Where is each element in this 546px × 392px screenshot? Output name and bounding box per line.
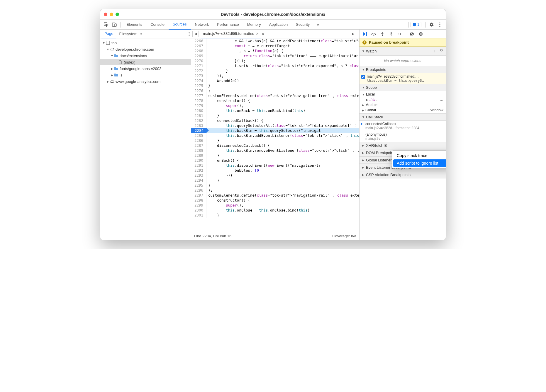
code-line[interactable]: 2292 bubbles: !0 xyxy=(191,168,359,173)
code-line[interactable]: 2280 this.onBack = this.onBack.bind(this… xyxy=(191,108,359,113)
scope-global[interactable]: ▶GlobalWindow xyxy=(362,108,443,113)
code-line[interactable]: 2298 constructor() { xyxy=(191,198,359,203)
kebab-menu-icon[interactable] xyxy=(436,21,444,28)
add-watch-icon[interactable]: ＋ xyxy=(433,48,437,54)
coverage-label: Coverage: n/a xyxy=(332,234,356,238)
device-toggle-icon[interactable] xyxy=(110,21,118,28)
main-tab-security[interactable]: Security xyxy=(292,20,314,30)
scope-this[interactable]: ▶this:… xyxy=(362,97,443,102)
tree-origin-analytics[interactable]: ▶www.google-analytics.com xyxy=(100,78,191,85)
step-out-icon[interactable] xyxy=(388,31,394,37)
code-line[interactable]: 2290 onBack() { xyxy=(191,158,359,163)
code-line[interactable]: 2297customElements.define(class="tok-str… xyxy=(191,193,359,198)
tree-folder-fonts[interactable]: ▶fonts/google-sans-v2003 xyxy=(100,65,191,72)
watch-header[interactable]: ▼Watch＋⟳ xyxy=(360,47,446,56)
main-tab-memory[interactable]: Memory xyxy=(243,20,265,30)
svg-point-5 xyxy=(439,26,440,27)
code-line[interactable]: 2270 }(t); xyxy=(191,58,359,63)
resume-icon[interactable] xyxy=(362,31,368,37)
main-tab-network[interactable]: Network xyxy=(191,20,213,30)
xhr-header[interactable]: ▶XHR/fetch B xyxy=(360,142,446,149)
navigator-tab-page[interactable]: Page xyxy=(101,30,116,38)
refresh-watch-icon[interactable]: ⟳ xyxy=(440,48,443,54)
code-line[interactable]: 2285 this.backBtn.addEventListener(class… xyxy=(191,133,359,138)
tree-file-index[interactable]: (index) xyxy=(100,59,191,65)
code-line[interactable]: 2284 this.backBtn = this.querySelector("… xyxy=(191,128,359,133)
code-line[interactable]: 2295} xyxy=(191,183,359,188)
more-navigator-tabs-icon[interactable]: » xyxy=(140,32,143,36)
scope-local[interactable]: ▼Local xyxy=(362,92,443,97)
navigator-panel: PageFilesystem » ▼top ▼developer.chrome.… xyxy=(100,30,191,240)
code-line[interactable]: 2283 this.querySelectorAll(class="tok-st… xyxy=(191,123,359,128)
nav-forward-icon[interactable]: ▶ xyxy=(350,31,356,37)
main-tab-performance[interactable]: Performance xyxy=(213,20,243,30)
code-line[interactable]: 2286 } xyxy=(191,138,359,143)
context-menu-ignore-script[interactable]: Add script to ignore list xyxy=(393,159,446,167)
issues-icon xyxy=(413,23,416,26)
step-icon[interactable] xyxy=(397,31,403,37)
navigator-menu-icon[interactable] xyxy=(189,32,190,36)
code-line[interactable]: 2278 constructor() { xyxy=(191,98,359,103)
scope-module[interactable]: ▶Module xyxy=(362,102,443,108)
file-tab[interactable]: main.js?v=e382d86f:formatted × xyxy=(201,30,261,38)
step-into-icon[interactable] xyxy=(379,31,385,37)
step-over-icon[interactable] xyxy=(371,31,377,37)
breakpoints-header[interactable]: ▼Breakpoints xyxy=(360,66,446,73)
tree-folder-docs[interactable]: ▼docs/extensions xyxy=(100,52,191,59)
code-line[interactable]: 2274 We.add(e)) xyxy=(191,78,359,83)
breakpoint-checkbox[interactable] xyxy=(361,75,365,79)
code-line[interactable]: 2291 this.dispatchEvent(new Event("navig… xyxy=(191,163,359,168)
main-tab-console[interactable]: Console xyxy=(146,20,169,30)
file-tree[interactable]: ▼top ▼developer.chrome.com ▼docs/extensi… xyxy=(100,38,191,86)
code-line[interactable]: 2293 })) xyxy=(191,173,359,178)
code-line[interactable]: 2273 )), xyxy=(191,73,359,78)
code-line[interactable]: 2277customElements.define(class="tok-str… xyxy=(191,93,359,98)
code-line[interactable]: 2275} xyxy=(191,83,359,88)
settings-icon[interactable] xyxy=(428,21,436,28)
code-line[interactable]: 2299 super(), xyxy=(191,203,359,208)
code-line[interactable]: 2287 disconnectedCallback() { xyxy=(191,143,359,148)
code-line[interactable]: 2279 super(), xyxy=(191,103,359,108)
main-tab-application[interactable]: Application xyxy=(265,20,292,30)
pause-exceptions-icon[interactable] xyxy=(418,31,424,37)
nav-back-icon[interactable]: ◀ xyxy=(192,31,199,37)
tree-top[interactable]: ▼top xyxy=(100,40,191,46)
more-tabs-icon[interactable]: » xyxy=(314,21,322,28)
code-line[interactable]: 2289 } xyxy=(191,153,359,158)
close-tab-icon[interactable]: × xyxy=(256,31,258,36)
code-line[interactable]: 2301 } xyxy=(191,213,359,218)
navigator-tab-filesystem[interactable]: Filesystem xyxy=(116,30,140,38)
tree-folder-js[interactable]: ▶js xyxy=(100,72,191,78)
folder-icon xyxy=(114,53,118,58)
deactivate-breakpoints-icon[interactable] xyxy=(409,31,415,37)
code-line[interactable]: 2281 } xyxy=(191,113,359,118)
code-line[interactable]: 2269 return class="tok-str">"true" === e… xyxy=(191,53,359,58)
svg-point-4 xyxy=(439,24,440,25)
code-line[interactable]: 2267 const t = e.currentTarget xyxy=(191,43,359,48)
code-line[interactable]: 2296); xyxy=(191,188,359,193)
code-line[interactable]: 2282 connectedCallback() { xyxy=(191,118,359,123)
main-tab-sources[interactable]: Sources xyxy=(169,20,191,30)
csp-bp-header[interactable]: ▶CSP Violation Breakpoints xyxy=(360,171,446,178)
breakpoint-item[interactable]: main.js?v=e382d86f:formatted:… this.back… xyxy=(361,74,444,83)
code-line[interactable]: 2266 e && !we.has(e) && (e.addEventListe… xyxy=(191,38,359,43)
code-editor[interactable]: 2266 e && !we.has(e) && (e.addEventListe… xyxy=(191,38,359,232)
context-menu-copy-stack[interactable]: Copy stack trace xyxy=(393,152,446,159)
issues-badge[interactable]: 1 xyxy=(411,22,421,27)
frame-icon xyxy=(106,40,110,45)
callstack-item[interactable]: (anonymous) main.js?v= xyxy=(360,131,446,142)
code-line[interactable]: 2272 } xyxy=(191,68,359,73)
tree-origin-chrome[interactable]: ▼developer.chrome.com xyxy=(100,46,191,52)
code-line[interactable]: 2300 this.onClose = this.onClose.bind(th… xyxy=(191,208,359,213)
code-line[interactable]: 2294 } xyxy=(191,178,359,183)
code-line[interactable]: 2276; xyxy=(191,88,359,93)
inspect-icon[interactable] xyxy=(102,21,110,28)
more-file-tabs-icon[interactable]: » xyxy=(262,32,264,36)
scope-header[interactable]: ▼Scope xyxy=(360,84,446,91)
callstack-header[interactable]: ▼Call Stack xyxy=(360,113,446,121)
code-line[interactable]: 2288 this.backBtn.removeEventListener(cl… xyxy=(191,148,359,153)
main-tab-elements[interactable]: Elements xyxy=(122,20,146,30)
code-line[interactable]: 2268 , s = !function(e) { xyxy=(191,48,359,53)
callstack-item[interactable]: connectedCallback main.js?v=e382d…format… xyxy=(360,121,446,131)
code-line[interactable]: 2271 t.setAttribute(class="tok-str">"ari… xyxy=(191,63,359,68)
